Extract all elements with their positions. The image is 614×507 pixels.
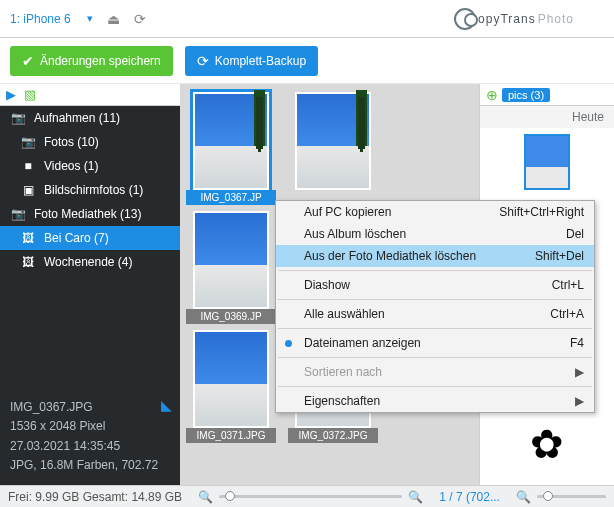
- photos-app-icon[interactable]: ✿: [520, 417, 574, 471]
- ctx-aus-der-foto-mediathek-l-schen[interactable]: Aus der Foto Mediathek löschenShift+Del: [276, 245, 594, 267]
- ctx-eigenschaften[interactable]: Eigenschaften▶: [276, 390, 594, 412]
- full-backup-button[interactable]: ⟳ Komplett-Backup: [185, 46, 318, 76]
- sidebar-item-videos[interactable]: ■Videos (1): [0, 154, 180, 178]
- thumb-2[interactable]: IMG_0369.JP: [186, 211, 276, 324]
- zoom-in-icon: 🔍: [408, 490, 423, 504]
- save-changes-button[interactable]: ✔ Änderungen speichern: [10, 46, 173, 76]
- sidebar-toolbar: ▶ ▧: [0, 84, 180, 106]
- device-name: 1: iPhone 6: [10, 12, 71, 26]
- zoom-slider-left[interactable]: 🔍 🔍: [190, 490, 431, 504]
- check-icon: ✔: [22, 53, 34, 69]
- album-list: 📷Aufnahmen (11) 📷Fotos (10) ■Videos (1) …: [0, 106, 180, 390]
- thumb-4[interactable]: IMG_0371.JPG: [186, 330, 276, 443]
- backup-icon: ⟳: [197, 53, 209, 69]
- app-brand: opyTrans Photo: [454, 8, 574, 30]
- sidebar-item-wochenende[interactable]: 🖼Wochenende (4): [0, 250, 180, 274]
- right-thumb[interactable]: [524, 134, 570, 190]
- ctx-alle-ausw-hlen[interactable]: Alle auswählenCtrl+A: [276, 303, 594, 325]
- zoom-slider-right[interactable]: 🔍: [508, 490, 614, 504]
- bookmark-icon[interactable]: ◣: [161, 394, 172, 416]
- page-count: 1 / 7 (702...: [431, 490, 508, 504]
- ctx-auf-pc-kopieren[interactable]: Auf PC kopierenShift+Ctrl+Right: [276, 201, 594, 223]
- sidebar-item-screenshots[interactable]: ▣Bildschirmfotos (1): [0, 178, 180, 202]
- ctx-diashow[interactable]: DiashowCtrl+L: [276, 274, 594, 296]
- sidebar-item-mediathek[interactable]: 📷Foto Mediathek (13): [0, 202, 180, 226]
- ctx-aus-album-l-schen[interactable]: Aus Album löschenDel: [276, 223, 594, 245]
- thumb-1[interactable]: [288, 92, 378, 205]
- sidebar-item-fotos[interactable]: 📷Fotos (10): [0, 130, 180, 154]
- brand-logo-icon: [454, 8, 476, 30]
- ctx-sortieren-nach[interactable]: Sortieren nach▶: [276, 361, 594, 383]
- zoom-out-icon: 🔍: [198, 490, 213, 504]
- date-header: Heute: [480, 106, 614, 128]
- folder-icon[interactable]: ▧: [24, 87, 36, 102]
- chevron-down-icon: ▾: [87, 12, 93, 25]
- device-selector[interactable]: 1: iPhone 6 ▾: [10, 12, 93, 26]
- eject-icon[interactable]: ⏏: [107, 11, 120, 27]
- storage-status: Frei: 9.99 GB Gesamt: 14.89 GB: [0, 490, 190, 504]
- add-icon[interactable]: ⊕: [486, 87, 498, 103]
- ctx-dateinamen-anzeigen[interactable]: Dateinamen anzeigenF4: [276, 332, 594, 354]
- right-toolbar: ⊕ pics (3): [480, 84, 614, 106]
- context-menu: Auf PC kopierenShift+Ctrl+RightAus Album…: [275, 200, 595, 413]
- sidebar-item-bei-caro[interactable]: 🖼Bei Caro (7): [0, 226, 180, 250]
- thumb-0[interactable]: IMG_0367.JP: [186, 92, 276, 205]
- zoom-out-icon: 🔍: [516, 490, 531, 504]
- play-icon[interactable]: ▶: [6, 87, 16, 102]
- photo-info-panel: ◣ IMG_0367.JPG 1536 x 2048 Pixel 27.03.2…: [0, 390, 180, 485]
- refresh-icon[interactable]: ⟳: [134, 11, 146, 27]
- pics-pill[interactable]: pics (3): [502, 88, 550, 102]
- sidebar-item-aufnahmen[interactable]: 📷Aufnahmen (11): [0, 106, 180, 130]
